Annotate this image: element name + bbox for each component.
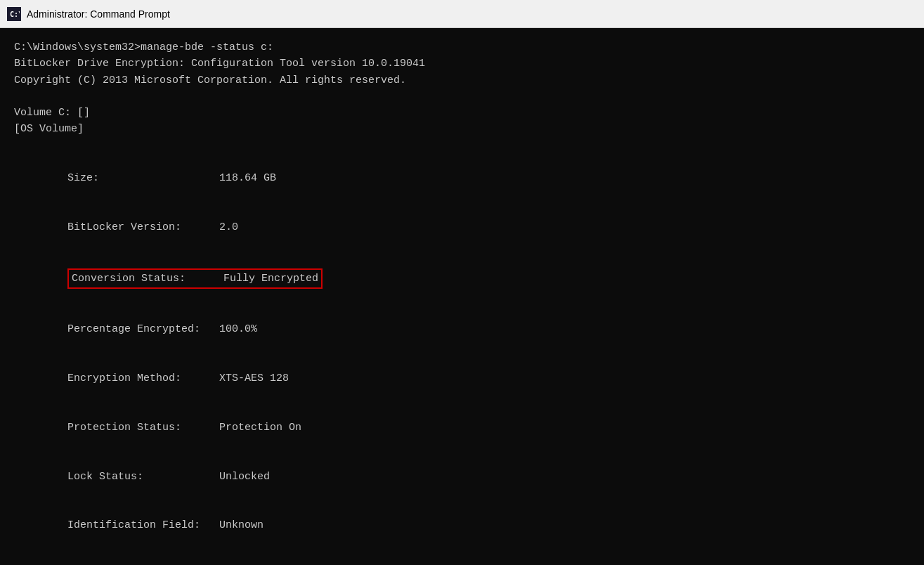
- field-bitlocker-version: BitLocker Version: 2.0: [14, 203, 910, 252]
- svg-text:C:\: C:\: [10, 11, 20, 18]
- field-protection-status: Protection Status: Protection On: [14, 403, 910, 453]
- terminal-window: C:\Windows\system32>manage-bde -status c…: [0, 28, 924, 565]
- os-volume-line: [OS Volume]: [14, 121, 910, 137]
- command-prompt-line: C:\Windows\system32>manage-bde -status c…: [14, 39, 910, 56]
- field-protection-status-label: Protection Status:: [67, 422, 219, 434]
- blank-line-1: [14, 89, 910, 105]
- field-size-value: 118.64 GB: [219, 172, 276, 184]
- field-conversion-status: Conversion Status: Fully Encrypted: [14, 252, 910, 305]
- field-encryption-method-label: Encryption Method:: [67, 372, 219, 384]
- field-identification-label: Identification Field:: [67, 519, 219, 531]
- field-size: Size: 118.64 GB: [14, 154, 910, 203]
- field-identification: Identification Field: Unknown: [14, 501, 910, 550]
- field-bitlocker-version-value: 2.0: [219, 221, 238, 233]
- field-protection-status-value: Protection On: [219, 422, 301, 434]
- field-encryption-method: Encryption Method: XTS-AES 128: [14, 354, 910, 403]
- field-encryption-method-value: XTS-AES 128: [219, 372, 289, 384]
- field-bitlocker-version-label: BitLocker Version:: [67, 221, 219, 233]
- cmd-icon: C:\: [7, 7, 21, 21]
- field-lock-status-label: Lock Status:: [67, 471, 219, 483]
- blank-line-2: [14, 138, 910, 154]
- bitlocker-version-line: BitLocker Drive Encryption: Configuratio…: [14, 56, 910, 72]
- field-lock-status: Lock Status: Unlocked: [14, 452, 910, 501]
- copyright-line: Copyright (C) 2013 Microsoft Corporation…: [14, 72, 910, 89]
- window-title: Administrator: Command Prompt: [27, 8, 170, 20]
- volume-line: Volume C: []: [14, 105, 910, 121]
- title-bar: C:\ Administrator: Command Prompt: [0, 0, 924, 28]
- conversion-status-highlight: Conversion Status: Fully Encrypted: [67, 268, 323, 289]
- field-percentage-label: Percentage Encrypted:: [67, 323, 219, 335]
- field-percentage-value: 100.0%: [219, 323, 257, 335]
- field-lock-status-value: Unlocked: [219, 471, 270, 483]
- field-key-protectors: Key Protectors:: [14, 550, 910, 565]
- field-identification-value: Unknown: [219, 519, 263, 531]
- field-percentage-encrypted: Percentage Encrypted: 100.0%: [14, 305, 910, 354]
- field-size-label: Size:: [67, 172, 219, 184]
